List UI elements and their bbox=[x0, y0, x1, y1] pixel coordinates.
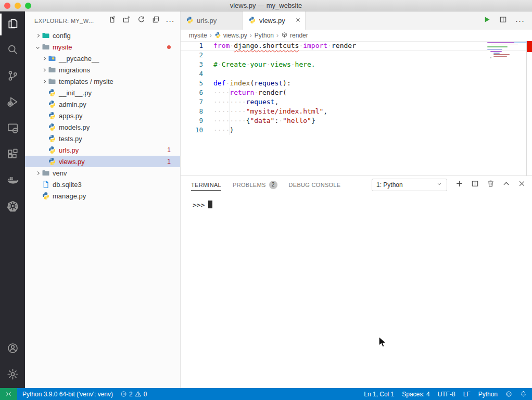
panel-tab-problems[interactable]: PROBLEMS2 bbox=[233, 176, 277, 193]
chevron-right-icon[interactable] bbox=[34, 32, 41, 39]
tree-item-config[interactable]: config bbox=[25, 30, 180, 41]
code-line[interactable]: 5def·index(request): bbox=[181, 79, 532, 88]
activity-kubernetes[interactable] bbox=[0, 194, 25, 220]
line-number[interactable]: 10 bbox=[181, 126, 203, 135]
code-line[interactable]: 7········request, bbox=[181, 97, 532, 107]
tree-item-apps-py[interactable]: apps.py bbox=[25, 110, 180, 121]
tree-item-migrations[interactable]: migrations bbox=[25, 64, 180, 76]
tree-item--pycache-[interactable]: __pycache__ bbox=[25, 53, 180, 64]
status-language-mode[interactable]: Python bbox=[478, 391, 498, 398]
panel-tab-terminal[interactable]: TERMINAL bbox=[191, 176, 221, 193]
tree-item-urls-py[interactable]: urls.py1 bbox=[25, 144, 180, 156]
terminal-selector-dropdown[interactable]: 1: Python bbox=[372, 179, 447, 191]
tree-item-tests-py[interactable]: tests.py bbox=[25, 133, 180, 144]
run-file-button[interactable] bbox=[483, 16, 491, 26]
file-tree: configmysite__pycache__migrationstemplat… bbox=[25, 30, 180, 388]
refresh-button[interactable] bbox=[135, 15, 147, 27]
folder-gray bbox=[42, 169, 50, 177]
new-terminal-button[interactable] bbox=[455, 180, 463, 190]
code-editor[interactable]: 1from·django.shortcuts·import·render23#·… bbox=[181, 41, 532, 176]
folder-gray bbox=[48, 66, 56, 74]
activity-explorer[interactable] bbox=[0, 11, 25, 38]
more-editor-actions-button[interactable]: ··· bbox=[515, 16, 525, 25]
chevron-right-icon[interactable] bbox=[41, 78, 47, 84]
docker-whale-icon bbox=[7, 174, 19, 188]
code-line[interactable]: 6····return·render( bbox=[181, 88, 532, 97]
status-notifications[interactable] bbox=[520, 391, 527, 397]
status-encoding[interactable]: UTF-8 bbox=[438, 391, 455, 398]
status-python-interpreter[interactable]: Python 3.9.0 64-bit ('venv': venv) bbox=[22, 391, 113, 398]
kill-terminal-button[interactable] bbox=[487, 180, 495, 190]
breadcrumb-item-views-py[interactable]: views.py bbox=[214, 32, 247, 39]
breadcrumb-item-mysite[interactable]: mysite bbox=[189, 32, 207, 39]
terminal-content[interactable]: >>> bbox=[181, 193, 532, 388]
new-file-button[interactable] bbox=[106, 15, 118, 27]
tree-item-templates-mysite[interactable]: templates / mysite bbox=[25, 76, 180, 87]
tab-label: views.py bbox=[259, 17, 285, 24]
activity-account[interactable] bbox=[0, 336, 25, 362]
split-terminal-button[interactable] bbox=[471, 180, 479, 190]
status-problems-summary[interactable]: 20 bbox=[120, 391, 147, 398]
line-number[interactable]: 4 bbox=[181, 69, 203, 79]
tree-item-admin-py[interactable]: admin.py bbox=[25, 98, 180, 110]
code-line[interactable]: 3#·Create·your·views·here. bbox=[181, 60, 532, 69]
terminal-cursor bbox=[208, 201, 212, 208]
tree-item--init-py[interactable]: __init__.py bbox=[25, 87, 180, 98]
activity-run-debug[interactable] bbox=[0, 90, 25, 116]
code-line-text: from·django.shortcuts·import·render bbox=[213, 41, 356, 51]
breadcrumb-item-render[interactable]: render bbox=[281, 32, 308, 39]
tree-item-venv[interactable]: venv bbox=[25, 167, 180, 179]
close-panel-button[interactable] bbox=[518, 180, 526, 190]
python bbox=[42, 192, 50, 200]
chevron-right-icon[interactable] bbox=[41, 55, 47, 61]
tab-urls-py[interactable]: urls.py bbox=[181, 11, 243, 30]
chevron-down-icon[interactable] bbox=[34, 44, 41, 50]
chevron-right-icon[interactable] bbox=[34, 170, 41, 176]
activity-settings[interactable] bbox=[0, 362, 25, 388]
tree-item-label: views.py bbox=[59, 158, 85, 166]
activity-search[interactable] bbox=[0, 38, 25, 64]
code-line[interactable]: 4 bbox=[181, 69, 532, 79]
activity-remote-explorer[interactable] bbox=[0, 116, 25, 142]
remote-indicator[interactable] bbox=[0, 388, 17, 400]
status-feedback[interactable] bbox=[505, 391, 512, 397]
more-actions-button[interactable]: ··· bbox=[164, 15, 176, 27]
breadcrumb-item-python[interactable]: Python bbox=[255, 32, 274, 39]
error-count: 2 bbox=[129, 391, 133, 398]
code-line[interactable]: 8········"mysite/index.html", bbox=[181, 107, 532, 116]
line-number[interactable]: 6 bbox=[181, 88, 203, 97]
tree-item-label: apps.py bbox=[59, 112, 83, 120]
tab-views-py[interactable]: views.py bbox=[243, 11, 306, 30]
code-line[interactable]: 9········{"data":·"hello"} bbox=[181, 116, 532, 126]
activity-docker[interactable] bbox=[0, 168, 25, 194]
code-line-text: #·Create·your·views·here. bbox=[213, 60, 315, 69]
code-line[interactable]: 10····) bbox=[181, 126, 532, 135]
tree-item-db-sqlite3[interactable]: db.sqlite3 bbox=[25, 179, 180, 190]
line-number[interactable]: 9 bbox=[181, 116, 203, 126]
error-count-badge: 1 bbox=[167, 158, 171, 165]
line-number[interactable]: 8 bbox=[181, 107, 203, 116]
line-number[interactable]: 3 bbox=[181, 60, 203, 69]
collapse-all-button[interactable] bbox=[150, 15, 161, 27]
status-eol[interactable]: LF bbox=[463, 391, 471, 398]
tree-item-label: manage.py bbox=[53, 192, 86, 200]
code-line[interactable]: 2 bbox=[181, 51, 532, 60]
tab-close-icon[interactable] bbox=[295, 17, 301, 24]
line-number[interactable]: 5 bbox=[181, 79, 203, 88]
status-indentation[interactable]: Spaces: 4 bbox=[402, 391, 429, 398]
tree-item-mysite[interactable]: mysite bbox=[25, 41, 180, 53]
activity-source-control[interactable] bbox=[0, 64, 25, 90]
tree-item-views-py[interactable]: views.py1 bbox=[25, 156, 180, 167]
maximize-panel-button[interactable] bbox=[502, 180, 510, 190]
line-number[interactable]: 7 bbox=[181, 97, 203, 107]
activity-extensions[interactable] bbox=[0, 142, 25, 168]
chevron-right-icon[interactable] bbox=[41, 67, 47, 73]
panel-tab-debug-console[interactable]: DEBUG CONSOLE bbox=[289, 176, 341, 193]
new-folder-button[interactable] bbox=[121, 15, 132, 27]
tree-item-manage-py[interactable]: manage.py bbox=[25, 190, 180, 202]
breadcrumb-label: render bbox=[290, 32, 308, 39]
status-cursor-position[interactable]: Ln 1, Col 1 bbox=[364, 391, 394, 398]
split-editor-button[interactable] bbox=[499, 16, 507, 26]
line-number[interactable]: 2 bbox=[181, 51, 203, 60]
tree-item-models-py[interactable]: models.py bbox=[25, 121, 180, 133]
